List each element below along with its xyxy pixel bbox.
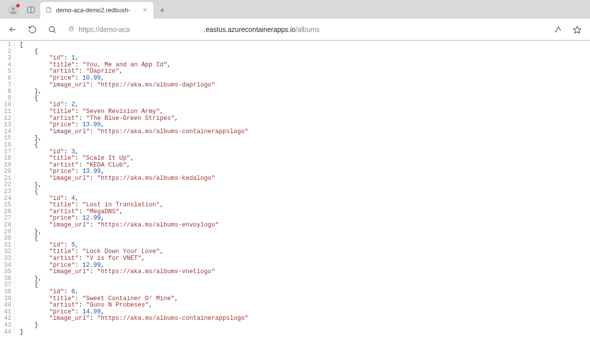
url-text: https://demo-aca.eastus.azurecontainerap… (79, 26, 320, 33)
back-button[interactable] (7, 24, 19, 35)
tab-title: demo-aca-demo2.redbush- (56, 7, 138, 14)
browser-chrome: demo-aca-demo2.redbush- https://demo-aca… (0, 0, 590, 41)
page-favicon-icon (45, 6, 52, 15)
tab-close-icon[interactable] (142, 6, 148, 15)
line-number-gutter: 1234567891011121314151617181920212223242… (0, 42, 15, 336)
svg-line-9 (54, 31, 56, 33)
profile-avatar-icon[interactable] (8, 5, 19, 16)
svg-rect-10 (69, 28, 73, 30)
browser-toolbar: https://demo-aca.eastus.azurecontainerap… (0, 19, 590, 40)
favorite-star-icon[interactable] (571, 24, 583, 35)
new-tab-button[interactable] (155, 3, 169, 17)
split-window-icon[interactable] (27, 5, 35, 16)
browser-tab-active[interactable]: demo-aca-demo2.redbush- (40, 2, 153, 19)
toolbar-right (552, 24, 583, 35)
notification-dot-icon (16, 4, 20, 7)
svg-point-8 (49, 27, 55, 32)
address-bar[interactable]: https://demo-aca.eastus.azurecontainerap… (66, 25, 544, 33)
search-button[interactable] (46, 24, 58, 35)
svg-marker-11 (574, 26, 581, 33)
window-controls (3, 5, 40, 19)
json-content[interactable]: [ { "id": 1, "title": "You, Me and an Ap… (15, 42, 248, 336)
svg-point-0 (12, 7, 15, 10)
read-aloud-icon[interactable] (552, 24, 563, 35)
json-viewer: 1234567891011121314151617181920212223242… (0, 41, 590, 336)
refresh-button[interactable] (27, 24, 38, 35)
site-info-lock-icon[interactable] (68, 25, 75, 33)
tab-bar: demo-aca-demo2.redbush- (0, 0, 590, 19)
